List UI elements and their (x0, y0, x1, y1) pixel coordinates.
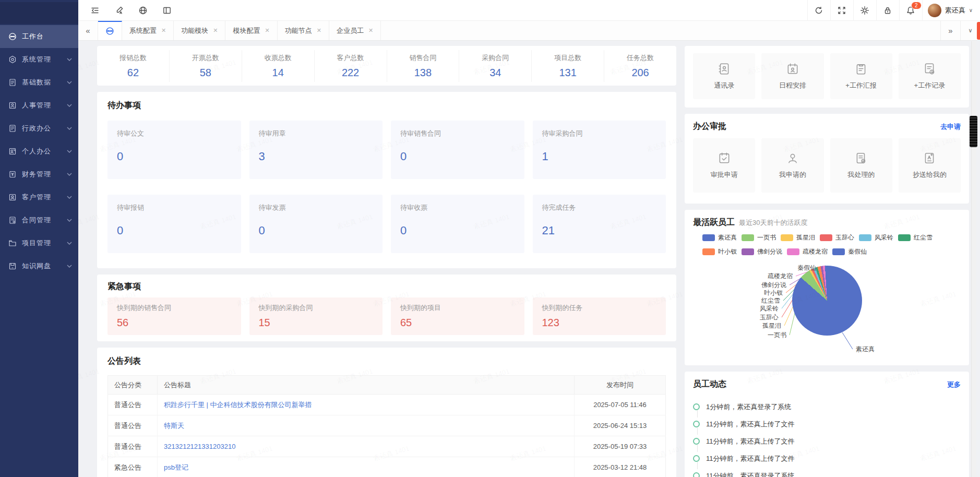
legend-item[interactable]: 疏楼龙宿 (787, 247, 828, 256)
sidebar-item-base-data[interactable]: 基础数据 (0, 71, 78, 94)
sidebar-item-admin-office[interactable]: 行政办公 (0, 117, 78, 140)
stat-invoice-out[interactable]: 开票总数58 (170, 50, 242, 82)
announcement-link[interactable]: 特斯天 (164, 422, 184, 430)
chevron-down-icon (67, 150, 72, 153)
todo-pending-purchase-contract[interactable]: 待审采购合同1 (533, 121, 666, 179)
urgent-task[interactable]: 快到期的任务123 (533, 297, 666, 335)
sidebar-item-system[interactable]: 系统管理 (0, 48, 78, 71)
go-apply-link[interactable]: 去申请 (940, 122, 961, 132)
approval-card: 办公审批 去申请 审批申请 我申请的 (685, 114, 969, 204)
sidebar-item-knowledge-disk[interactable]: 知识网盘 (0, 255, 78, 278)
legend-item[interactable]: 风采铃 (859, 233, 893, 242)
layout-button[interactable] (157, 0, 177, 20)
todo-pending-sales-contract[interactable]: 待审销售合同0 (391, 121, 524, 179)
stat-reimburse[interactable]: 报销总数62 (97, 50, 170, 82)
stat-tasks[interactable]: 任务总数206 (604, 50, 676, 82)
scrollbar-thumb[interactable] (970, 116, 977, 147)
legend-item[interactable]: 红尘雪 (898, 233, 933, 242)
legend-item[interactable]: 玉辞心 (820, 233, 854, 242)
close-icon[interactable]: ✕ (213, 27, 218, 34)
approval-cc-to-me[interactable]: 抄送给我的 (899, 138, 961, 193)
more-link[interactable]: 更多 (947, 380, 961, 389)
refresh-button[interactable] (807, 0, 830, 20)
table-row: 普通公告 特斯天 2025-06-24 15:13 (108, 415, 666, 436)
lock-button[interactable] (876, 0, 899, 20)
legend-item[interactable]: 秦假仙 (832, 247, 867, 256)
close-icon[interactable]: ✕ (265, 27, 269, 34)
sidebar-item-contract[interactable]: 合同管理 (0, 209, 78, 232)
theme-float-button[interactable] (977, 22, 980, 40)
settings-button[interactable] (853, 0, 876, 20)
sidebar-item-finance[interactable]: 财务管理 (0, 163, 78, 186)
legend-item[interactable]: 素还真 (702, 233, 737, 242)
quick-action-schedule[interactable]: 日程安排 (761, 53, 823, 99)
stat-projects[interactable]: 项目总数131 (532, 50, 604, 82)
legend-item[interactable]: 一页书 (742, 233, 776, 242)
legend-item[interactable]: 佛剑分说 (742, 247, 782, 256)
collapse-menu-button[interactable] (85, 0, 105, 20)
todo-pending-task[interactable]: 待完成任务21 (533, 195, 666, 253)
legend-item[interactable]: 叶小钗 (702, 247, 737, 256)
theme-brush-icon (114, 6, 124, 15)
tab-module-config[interactable]: 模块配置 ✕ (225, 21, 277, 40)
approval-handled-by-me[interactable]: 我处理的 (830, 138, 892, 193)
tabs-scroll-left-button[interactable]: « (78, 21, 98, 40)
pie-legend: 素还真 一页书 孤星泪 玉辞心 风采铃 红尘雪 叶小钗 佛剑分说 疏楼龙宿 秦假… (693, 233, 961, 256)
announcement-title: 公告列表 (107, 356, 666, 367)
quick-action-label: +工作汇报 (845, 81, 877, 90)
quick-action-work-report[interactable]: +工作汇报 (830, 53, 892, 99)
tab-system-config[interactable]: 系统配置 ✕ (122, 21, 174, 40)
notifications-button[interactable]: 2 (899, 0, 922, 20)
tab-enterprise-employee[interactable]: 企业员工 ✕ (329, 21, 381, 40)
theme-brush-button[interactable] (109, 0, 129, 20)
sidebar-item-workbench[interactable]: 工作台 (0, 25, 78, 48)
tab-label: 功能模块 (181, 26, 208, 35)
legend-item[interactable]: 孤星泪 (781, 233, 815, 242)
close-icon[interactable]: ✕ (317, 27, 321, 34)
sidebar-item-customer[interactable]: 客户管理 (0, 186, 78, 209)
tabs-scroll-right-button[interactable]: » (940, 21, 960, 40)
announcement-link[interactable]: 3213212121331203210 (164, 443, 235, 450)
tab-function-node[interactable]: 功能节点 ✕ (278, 21, 329, 40)
notification-badge: 2 (911, 2, 922, 9)
quick-action-work-record[interactable]: +工作记录 (899, 53, 961, 99)
urgent-project[interactable]: 快到期的项目65 (391, 297, 524, 335)
todo-pending-invoice[interactable]: 待审发票0 (249, 195, 383, 253)
lock-icon (883, 6, 892, 15)
stat-purchase-contracts[interactable]: 采购合同34 (459, 50, 532, 82)
chevron-down-icon (67, 242, 72, 245)
approval-my-applications[interactable]: 我申请的 (761, 138, 823, 193)
announcement-header-row: 公告分类 公告标题 发布时间 (108, 376, 666, 395)
stat-customers[interactable]: 客户总数222 (315, 50, 387, 82)
tab-workbench-active[interactable] (98, 21, 122, 40)
sidebar-item-label: 个人办公 (22, 147, 67, 156)
fullscreen-button[interactable] (830, 0, 853, 20)
language-button[interactable] (133, 0, 153, 20)
tab-function-module[interactable]: 功能模块 ✕ (174, 21, 225, 40)
active-employees-pie[interactable] (792, 266, 862, 336)
close-icon[interactable]: ✕ (368, 27, 373, 34)
quick-action-contacts[interactable]: 通讯录 (693, 53, 755, 99)
sidebar-item-personal-office[interactable]: 个人办公 (0, 140, 78, 163)
todo-title: 待办事项 (107, 100, 666, 111)
todo-pending-document[interactable]: 待审公文0 (107, 121, 241, 179)
urgent-purchase-contract[interactable]: 快到期的采购合同15 (249, 297, 383, 335)
todo-pending-seal[interactable]: 待审用章3 (249, 121, 383, 179)
announcement-link[interactable]: 积跬步行千里 | 中企科信技术股份有限公司新举措 (164, 401, 312, 409)
announcement-link[interactable]: psb登记 (164, 463, 188, 471)
globe-icon (138, 6, 148, 15)
sidebar-item-project[interactable]: 项目管理 (0, 232, 78, 255)
scrollbar-track[interactable] (971, 41, 976, 477)
activity-title: 员工动态 (693, 379, 726, 390)
urgent-sales-contract[interactable]: 快到期的销售合同56 (107, 297, 241, 335)
stat-sales-contracts[interactable]: 销售合同138 (387, 50, 460, 82)
schedule-icon (786, 62, 799, 76)
todo-pending-reimburse[interactable]: 待审报销0 (107, 195, 241, 253)
approval-apply[interactable]: 审批申请 (693, 138, 755, 193)
stat-invoice-in[interactable]: 收票总数14 (242, 50, 315, 82)
announcement-time: 2025-05-19 07:33 (575, 436, 666, 457)
close-icon[interactable]: ✕ (161, 27, 166, 34)
user-menu[interactable]: 素还真 ∨ (922, 0, 980, 20)
todo-pending-receipt[interactable]: 待审收票0 (391, 195, 524, 253)
sidebar-item-hr[interactable]: 人事管理 (0, 94, 78, 117)
